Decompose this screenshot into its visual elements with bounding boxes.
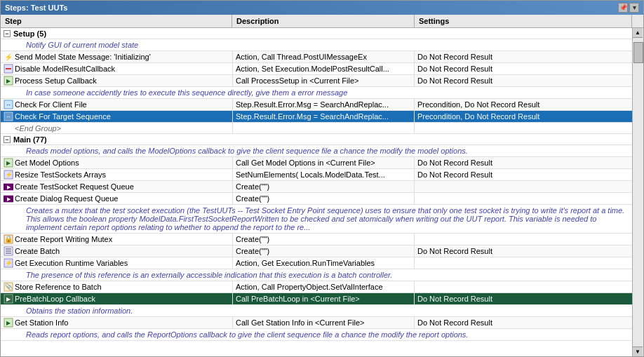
group-setup[interactable]: − Setup (5) — [1, 28, 632, 39]
desc-store-ref: Action, Call PropertyObject.SetValInterf… — [232, 281, 415, 292]
svg-text:⚡: ⚡ — [5, 170, 13, 179]
row-create-socket-queue[interactable]: ▶ Create TestSocket Request Queue Create… — [1, 181, 632, 193]
table-header: Step Description Settings — [1, 15, 632, 28]
row-process-setup[interactable]: ▶ Process Setup Callback Call ProcessSet… — [1, 75, 632, 87]
window-title: Steps: Test UUTs — [5, 4, 67, 12]
row-resize-sockets[interactable]: ⚡ Resize TestSockets Arrays SetNumElemen… — [1, 169, 632, 181]
action-icon-2: ⚡ — [4, 170, 13, 180]
scrollbar[interactable]: ▲ ▼ — [632, 28, 643, 356]
comment-reads-report-text: Reads report options, and calls the Repo… — [1, 329, 632, 340]
step-check-target: ↔ Check For Target Sequence — [1, 111, 232, 122]
svg-text:🔒: 🔒 — [4, 234, 13, 243]
settings-get-station: Do Not Record Result — [415, 317, 632, 328]
main-window: Steps: Test UUTs 📌 ▾ Step Description Se… — [0, 0, 644, 357]
step-create-batch: Create Batch — [1, 245, 232, 257]
desc-create-mutex: Create("") — [232, 234, 415, 245]
settings-get-model-opts: Do Not Record Result — [415, 157, 632, 168]
row-send-model-state[interactable]: ⚡ Send Model State Message: 'Initializin… — [1, 51, 632, 63]
row-create-batch[interactable]: Create Batch Create("") Do Not Record Re… — [1, 245, 632, 257]
desc-get-station: Call Get Station Info in <Current File> — [232, 317, 415, 328]
step-send-model-state: ⚡ Send Model State Message: 'Initializin… — [1, 51, 232, 62]
header-description: Description — [232, 15, 415, 27]
ref-icon: 📎 — [4, 282, 13, 292]
call-icon-2: ▶ — [4, 158, 13, 168]
row-check-client[interactable]: ↔ Check For Client File Step.Result.Erro… — [1, 99, 632, 111]
header-settings: Settings — [415, 15, 632, 27]
scrollbar-thumb[interactable] — [633, 42, 643, 63]
settings-check-target: Precondition, Do Not Record Result — [415, 111, 632, 122]
call-icon-4: ▶ — [4, 318, 13, 328]
desc-send-model-state: Action, Call Thread.PostUIMessageEx — [232, 51, 415, 62]
comment-reads-model: Reads model options, and calls the Model… — [1, 145, 632, 157]
comment-reads-model-text: Reads model options, and calls the Model… — [1, 145, 632, 156]
collapse-setup[interactable]: − — [4, 30, 11, 37]
step-get-station: ▶ Get Station Info — [1, 317, 232, 328]
action-icon: ⚡ — [4, 52, 13, 62]
scrollbar-down[interactable]: ▼ — [633, 346, 643, 356]
step-prebatch: ▶ PreBatchLoop Callback — [1, 293, 232, 304]
row-get-station[interactable]: ▶ Get Station Info Call Get Station Info… — [1, 317, 632, 329]
row-store-ref[interactable]: 📎 Store Reference to Batch Action, Call … — [1, 281, 632, 293]
desc-get-model-opts: Call Get Model Options in <Current File> — [232, 157, 415, 168]
settings-create-mutex — [415, 234, 632, 245]
step-process-setup: ▶ Process Setup Callback — [1, 75, 232, 86]
settings-create-socket-queue — [415, 181, 632, 192]
comment-mutex: Creates a mutex that the test socket exe… — [1, 205, 632, 234]
comment-presence-text: The presence of this reference is an ext… — [1, 269, 632, 281]
svg-text:▶: ▶ — [6, 160, 11, 166]
settings-create-dialog-queue — [415, 193, 632, 204]
disable-icon — [4, 64, 13, 74]
header-step: Step — [1, 15, 232, 27]
call-icon-1: ▶ — [4, 76, 13, 86]
step-get-model-opts: ▶ Get Model Options — [1, 157, 232, 168]
svg-text:⚡: ⚡ — [5, 259, 13, 267]
settings-resize-sockets: Do Not Record Result — [415, 169, 632, 180]
settings-check-client: Precondition, Do Not Record Result — [415, 99, 632, 110]
svg-text:📎: 📎 — [5, 283, 13, 291]
comment-incase: In case someone accidently tries to exec… — [1, 87, 632, 99]
row-create-dialog-queue[interactable]: ▶ Create Dialog Request Queue Create("") — [1, 193, 632, 205]
call-icon-3: ▶ — [4, 294, 13, 304]
row-prebatch[interactable]: ▶ PreBatchLoop Callback Call PreBatchLoo… — [1, 293, 632, 305]
list-icon — [4, 246, 13, 256]
row-end-group: <End Group> — [1, 123, 632, 134]
svg-text:↔: ↔ — [6, 114, 11, 120]
steps-table: Step Description Settings − Setup (5) — [1, 15, 643, 356]
row-get-model-opts[interactable]: ▶ Get Model Options Call Get Model Optio… — [1, 157, 632, 169]
step-create-socket-queue: ▶ Create TestSocket Request Queue — [1, 181, 232, 192]
step-check-client: ↔ Check For Client File — [1, 99, 232, 110]
row-get-runtime[interactable]: ⚡ Get Execution Runtime Variables Action… — [1, 257, 632, 269]
table-body: − Setup (5) Notify GUI of current model … — [1, 28, 632, 356]
desc-resize-sockets: SetNumElements( Locals.ModelData.Test... — [232, 169, 415, 180]
desc-check-target: Step.Result.Error.Msg = SearchAndReplac.… — [232, 111, 415, 122]
scrollbar-up[interactable]: ▲ — [633, 28, 643, 38]
row-disable-model[interactable]: Disable ModelResultCallback Action, Set … — [1, 63, 632, 75]
settings-process-setup: Do Not Record Result — [415, 75, 632, 86]
group-main[interactable]: − Main (77) — [1, 134, 632, 145]
settings-disable-model: Do Not Record Result — [415, 63, 632, 74]
desc-disable-model: Action, Set Execution.ModelPostResultCal… — [232, 63, 415, 74]
group-setup-label: Setup (5) — [13, 29, 46, 38]
svg-text:▶: ▶ — [6, 320, 11, 326]
desc-check-client: Step.Result.Error.Msg = SearchAndReplac.… — [232, 99, 415, 110]
step-resize-sockets: ⚡ Resize TestSockets Arrays — [1, 169, 232, 180]
step-create-dialog-queue: ▶ Create Dialog Request Queue — [1, 193, 232, 204]
row-check-target[interactable]: ↔ Check For Target Sequence Step.Result.… — [1, 111, 632, 123]
comment-notify: Notify GUI of current model state — [1, 39, 632, 51]
comment-reads-report: Reads report options, and calls the Repo… — [1, 329, 632, 341]
comment-mutex-text: Creates a mutex that the test socket exe… — [1, 205, 632, 233]
settings-get-runtime — [415, 257, 632, 269]
step-disable-model: Disable ModelResultCallback — [1, 63, 232, 74]
comment-notify-text: Notify GUI of current model state — [1, 39, 632, 50]
minimize-button[interactable]: ▾ — [629, 3, 639, 13]
comment-station-text: Obtains the station information. — [1, 305, 632, 316]
step-store-ref: 📎 Store Reference to Batch — [1, 281, 232, 292]
row-create-mutex[interactable]: 🔒 Create Report Writing Mutex Create("") — [1, 234, 632, 245]
title-bar: Steps: Test UUTs 📌 ▾ — [1, 1, 643, 15]
queue-icon-2: ▶ — [4, 194, 13, 203]
pin-button[interactable]: 📌 — [618, 3, 628, 13]
svg-text:▶: ▶ — [6, 296, 11, 302]
collapse-main[interactable]: − — [4, 136, 11, 143]
comment-incase-text: In case someone accidently tries to exec… — [1, 87, 632, 98]
queue-icon-1: ▶ — [4, 182, 13, 191]
